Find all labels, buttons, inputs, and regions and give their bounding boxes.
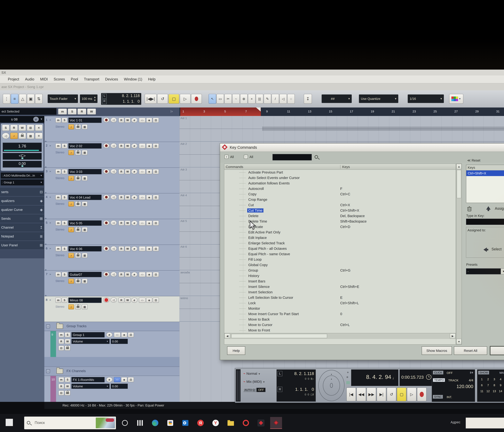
command-row-duplicate[interactable]: DuplicateCtrl+D bbox=[224, 224, 456, 230]
mute-button[interactable]: m bbox=[55, 221, 61, 226]
stop-button[interactable]: ▢ bbox=[397, 387, 406, 401]
add-track-plus[interactable]: + bbox=[45, 139, 47, 143]
add-track-plus[interactable]: + bbox=[45, 165, 47, 169]
command-row-edit-inplace[interactable]: Edit Inplace bbox=[224, 235, 456, 240]
edit-channel-button[interactable]: e bbox=[131, 221, 137, 226]
write-button[interactable]: W bbox=[65, 384, 70, 389]
mute-button[interactable]: m bbox=[55, 118, 61, 123]
collapse-all-button[interactable]: − bbox=[244, 155, 248, 159]
opera-icon[interactable] bbox=[240, 417, 252, 429]
presets-dropdown[interactable]: - ▼ bbox=[466, 268, 504, 274]
freeze-button[interactable]: ✳ bbox=[35, 133, 43, 139]
lanes-button[interactable]: ▦ bbox=[82, 253, 88, 258]
punch-out-icon[interactable]: 0 0 ◻‖ bbox=[305, 393, 314, 396]
inspector-section-channel[interactable]: Channel↥ bbox=[0, 223, 44, 232]
monitor-button[interactable]: ◁ bbox=[110, 195, 117, 200]
track-name[interactable]: Voc 3 03 bbox=[68, 169, 102, 174]
command-row-activate-previous-part[interactable]: Activate Previous Part bbox=[224, 170, 456, 175]
stop-button[interactable]: ▢ bbox=[169, 94, 179, 104]
command-label[interactable]: Global Copy bbox=[247, 263, 269, 267]
mute-button[interactable]: m bbox=[55, 298, 61, 303]
eq-state-icon[interactable]: ◈ bbox=[146, 118, 152, 123]
show-pool-button[interactable]: △ bbox=[19, 94, 27, 104]
track-name[interactable]: Guitar07 bbox=[68, 272, 102, 277]
expand-all-button[interactable]: + bbox=[225, 155, 228, 159]
marker-1-button[interactable]: 1 bbox=[479, 378, 485, 381]
lock-button[interactable] bbox=[75, 124, 81, 129]
command-label[interactable]: Equal Pitch - same Octave bbox=[247, 252, 291, 256]
vertical-scrollbar[interactable]: ▲ ▼ bbox=[456, 164, 462, 345]
record-enable-button[interactable] bbox=[103, 143, 109, 148]
command-label[interactable]: Insert Silence bbox=[247, 285, 271, 289]
yandex-icon[interactable]: Я bbox=[195, 417, 207, 429]
read-button[interactable]: R bbox=[118, 143, 124, 148]
scrollbar-thumb[interactable] bbox=[231, 334, 327, 338]
musical-timebase-button[interactable]: ♪ bbox=[68, 202, 74, 207]
tool-7-button[interactable]: ✎ bbox=[264, 94, 271, 104]
select-button[interactable]: Select bbox=[492, 247, 502, 251]
widget-thumbnail[interactable] bbox=[96, 418, 115, 428]
edit-channel-button[interactable]: e bbox=[106, 332, 112, 337]
solo-button[interactable]: S bbox=[62, 272, 67, 277]
punch-in-icon[interactable]: 0 0 ‖▷ bbox=[305, 377, 314, 380]
reset-all-button[interactable]: Reset All bbox=[454, 346, 487, 355]
command-row-move-insert-cursor-to-part-start[interactable]: Move Insert Cursor To Part Start0 bbox=[224, 311, 456, 317]
edit-channel-button[interactable]: e bbox=[131, 298, 137, 303]
command-label[interactable]: Insert Bars bbox=[247, 279, 266, 283]
input-routing-dropdown[interactable]: : ASIO Multimedia Dri...In▼ bbox=[0, 173, 44, 179]
volume-display[interactable]: 1.76 bbox=[3, 143, 42, 152]
write-button[interactable]: W bbox=[65, 339, 70, 344]
sends-state-icon[interactable]: ⊡ bbox=[153, 246, 159, 251]
lock-button[interactable] bbox=[75, 304, 81, 309]
tool-0-button[interactable]: ↖ bbox=[209, 94, 216, 104]
eq-state-icon[interactable]: ◈ bbox=[121, 377, 127, 382]
command-row-monitor[interactable]: Monitor bbox=[224, 306, 456, 311]
record-enable-button[interactable] bbox=[103, 169, 109, 174]
add-track-plus[interactable]: + bbox=[45, 242, 47, 246]
task-view-icon[interactable] bbox=[134, 417, 146, 429]
color-palette-button[interactable]: ▼ bbox=[449, 94, 463, 104]
solo-button[interactable]: S bbox=[62, 118, 67, 123]
read-button[interactable]: R bbox=[118, 169, 124, 174]
goto-end-button[interactable]: ▶| bbox=[377, 387, 386, 401]
sends-state-icon[interactable]: ⊡ bbox=[153, 195, 159, 200]
inspector-section-user-panel[interactable]: User Panel⊞ bbox=[0, 241, 44, 250]
solo-button[interactable]: S bbox=[62, 143, 67, 148]
quantize-mode-dropdown[interactable]: Use Quantize▼ bbox=[359, 94, 398, 103]
record-enable-button[interactable] bbox=[103, 118, 109, 122]
read-button[interactable]: R bbox=[58, 339, 64, 344]
tool-4-button[interactable]: ⊕ bbox=[240, 94, 248, 104]
read-button[interactable]: R bbox=[118, 221, 124, 226]
track-name[interactable]: Voc 4 04 Lead bbox=[68, 195, 102, 200]
collapse-folder-button[interactable]: − bbox=[46, 324, 50, 328]
marker-3-button[interactable]: 3 bbox=[491, 378, 497, 381]
marker-11-button[interactable]: 11 bbox=[479, 390, 485, 393]
eq-state-icon[interactable]: ◈ bbox=[146, 143, 152, 148]
edit-channel-button[interactable]: e bbox=[131, 169, 137, 174]
write-button[interactable]: W bbox=[125, 246, 130, 251]
record-enable-button[interactable] bbox=[103, 195, 109, 200]
eq-state-icon[interactable]: ◈ bbox=[146, 272, 152, 277]
record-enable-button[interactable] bbox=[103, 272, 109, 277]
timeline-ruler[interactable]: 135791113151719212325272931333537 bbox=[180, 108, 504, 116]
read-button[interactable]: R bbox=[118, 246, 124, 251]
lock-button[interactable] bbox=[75, 176, 81, 181]
command-label[interactable]: Enlarge Selected Track bbox=[247, 241, 286, 245]
add-track-plus[interactable]: + bbox=[45, 116, 47, 118]
command-label[interactable]: Autoscroll bbox=[247, 187, 265, 191]
marker-9-button[interactable]: 9 bbox=[497, 384, 504, 387]
solo-button[interactable]: S bbox=[2, 125, 9, 131]
marker-14-button[interactable]: 14 bbox=[497, 390, 504, 393]
locators-display[interactable]: L 8. 2. 1.118 0 0 ‖▷ R 1. 1. 1. 0 0 0 ◻‖ bbox=[277, 369, 316, 402]
command-label[interactable]: History bbox=[247, 274, 260, 278]
track-name[interactable]: FX 1-RoomWo bbox=[71, 377, 105, 382]
command-row-insert-bars[interactable]: Insert Bars bbox=[224, 279, 456, 284]
command-label[interactable]: Move Insert Cursor To Part Start bbox=[247, 312, 300, 316]
inspector-section-serts[interactable]: serts⊟ bbox=[0, 188, 44, 196]
show-macros-button[interactable]: Show Macros bbox=[422, 346, 452, 355]
sends-state-icon[interactable]: ⊡ bbox=[153, 221, 159, 226]
lanes-button[interactable]: ▦ bbox=[82, 227, 88, 232]
command-label[interactable]: Copy bbox=[247, 192, 258, 196]
tool-6-button[interactable]: ||| bbox=[256, 94, 263, 104]
rewind-button[interactable]: ◀◀ bbox=[357, 387, 366, 401]
